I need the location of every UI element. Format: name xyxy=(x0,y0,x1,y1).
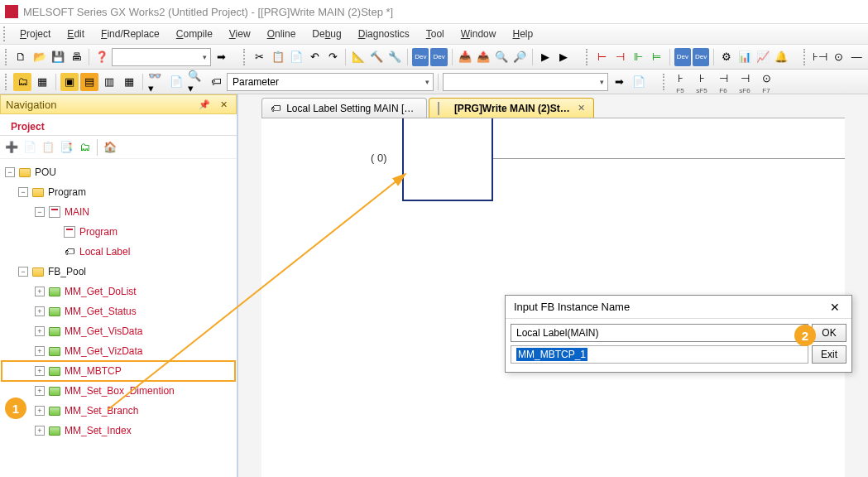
collapse-icon[interactable]: − xyxy=(18,187,28,197)
nav-btn3-icon[interactable]: 📋 xyxy=(40,139,56,156)
convert-icon[interactable]: 📐 xyxy=(350,48,367,66)
nav-btn5-icon[interactable]: 🗂 xyxy=(76,139,93,156)
paste-icon[interactable]: 📄 xyxy=(288,48,305,66)
ok-button[interactable]: OK xyxy=(812,324,846,342)
cut-icon[interactable]: ✂ xyxy=(252,48,268,66)
tree-node-program[interactable]: Program xyxy=(2,222,235,242)
verify-icon[interactable]: 🔍 xyxy=(493,48,510,66)
copy-icon[interactable]: 📋 xyxy=(270,48,286,66)
close-icon[interactable]: ✕ xyxy=(825,299,845,316)
sf6-icon[interactable]: ⊣ xyxy=(736,70,754,88)
menu-help[interactable]: Help xyxy=(504,25,541,43)
tree-node-mm-set-boxdim[interactable]: + MM_Set_Box_Dimention xyxy=(2,381,235,401)
collapse-icon[interactable]: − xyxy=(18,267,28,277)
tree-btn2[interactable]: ▦ xyxy=(33,73,51,91)
f5-icon[interactable]: ⊦ xyxy=(671,70,689,88)
build-icon[interactable]: 🔨 xyxy=(368,48,385,66)
ladder3-icon[interactable]: ⊩ xyxy=(631,48,647,66)
help-icon[interactable]: ❓ xyxy=(94,48,110,66)
read-icon[interactable]: 📤 xyxy=(475,48,492,66)
nav-btn2-icon[interactable]: 📄 xyxy=(22,139,38,156)
menu-find[interactable]: Find/Replace xyxy=(93,25,168,43)
second-combo[interactable] xyxy=(443,73,608,91)
tree-node-mm-mbtcp[interactable]: + MM_MBTCP xyxy=(2,361,235,381)
exit-button[interactable]: Exit xyxy=(812,345,846,364)
nav-collapse-icon[interactable]: 🏠 xyxy=(102,139,118,156)
expand-icon[interactable]: + xyxy=(35,287,45,296)
menu-edit[interactable]: Edit xyxy=(59,25,93,43)
tree-node-local-label[interactable]: 🏷 Local Label xyxy=(2,242,235,262)
dev4-icon[interactable]: Dev xyxy=(693,48,709,66)
nav-btn4-icon[interactable]: 📑 xyxy=(58,139,74,156)
option3-icon[interactable]: 📈 xyxy=(755,48,771,66)
expand-icon[interactable]: + xyxy=(35,426,45,436)
menu-tool[interactable]: Tool xyxy=(418,25,453,43)
nav-new-icon[interactable]: ➕ xyxy=(3,139,20,156)
dev2-icon[interactable]: Dev xyxy=(430,48,447,66)
monitor-icon[interactable]: ▶ xyxy=(537,48,554,66)
menu-debug[interactable]: Debug xyxy=(304,25,349,43)
collapse-icon[interactable]: − xyxy=(35,207,45,217)
menu-compile[interactable]: Compile xyxy=(168,25,221,43)
expand-icon[interactable]: + xyxy=(35,326,45,336)
option2-icon[interactable]: 📊 xyxy=(736,48,753,66)
scope-combo[interactable]: Local Label(MAIN) xyxy=(511,324,808,342)
expand-icon[interactable]: + xyxy=(35,406,45,416)
buildall-icon[interactable]: 🔧 xyxy=(386,48,403,66)
print-icon[interactable]: 🖶 xyxy=(68,48,84,66)
win-btn3[interactable]: ▥ xyxy=(100,73,118,91)
expand-icon[interactable]: + xyxy=(35,306,45,316)
write-icon[interactable]: 📥 xyxy=(456,48,472,66)
menu-diagnostics[interactable]: Diagnostics xyxy=(350,25,418,43)
save-icon[interactable]: 💾 xyxy=(50,48,66,66)
view-glasses-icon[interactable]: 👓▾ xyxy=(147,73,165,91)
ladder1-icon[interactable]: ⊢ xyxy=(594,48,611,66)
menu-project[interactable]: Project xyxy=(12,25,59,43)
f6-icon[interactable]: ⊣ xyxy=(714,70,732,88)
line-icon[interactable]: — xyxy=(848,48,865,66)
collapse-icon[interactable]: − xyxy=(5,167,15,177)
option1-icon[interactable]: ⚙ xyxy=(718,48,735,66)
go-icon[interactable]: ➡ xyxy=(213,48,229,66)
menu-view[interactable]: View xyxy=(221,25,259,43)
option4-icon[interactable]: 🔔 xyxy=(773,48,789,66)
menu-online[interactable]: Online xyxy=(259,25,305,43)
goto-icon[interactable]: ➡ xyxy=(610,73,628,91)
win-btn4[interactable]: ▦ xyxy=(120,73,138,91)
tree-node-pou[interactable]: − POU xyxy=(2,162,235,182)
tree-node-mm-get-status[interactable]: + MM_Get_Status xyxy=(2,301,235,321)
redo-icon[interactable]: ↷ xyxy=(324,48,341,66)
pin-icon[interactable]: 📌 xyxy=(195,99,213,110)
doc-icon[interactable]: 📄 xyxy=(630,73,648,91)
view-btn4[interactable]: 🏷 xyxy=(207,73,225,91)
instance-name-input[interactable]: MM_MBTCP_1 xyxy=(511,345,808,364)
tree-node-main[interactable]: − MAIN xyxy=(2,202,235,222)
coil-icon[interactable]: ⊙ xyxy=(830,48,846,66)
tree-node-program-group[interactable]: − Program xyxy=(2,182,235,202)
dev1-icon[interactable]: Dev xyxy=(412,48,429,66)
expand-icon[interactable]: + xyxy=(35,346,45,356)
view-btn3[interactable]: 🔍▾ xyxy=(187,73,205,91)
undo-icon[interactable]: ↶ xyxy=(306,48,323,66)
tree-node-mm-get-vizdata[interactable]: + MM_Get_VizData xyxy=(2,341,235,361)
win-btn1[interactable]: ▣ xyxy=(60,73,79,91)
tree-node-fb-pool[interactable]: − FB_Pool xyxy=(2,262,235,282)
help-combo[interactable] xyxy=(112,48,211,66)
f7-icon[interactable]: ⊙ xyxy=(757,70,775,88)
ladder2-icon[interactable]: ⊣ xyxy=(612,48,629,66)
expand-icon[interactable]: + xyxy=(35,366,45,376)
parameter-combo[interactable]: Parameter xyxy=(227,73,434,91)
open-icon[interactable]: 📂 xyxy=(31,48,48,66)
tab-local-label-setting[interactable]: 🏷 Local Label Setting MAIN [PR... xyxy=(261,98,427,118)
close-icon[interactable]: ✕ xyxy=(578,103,585,113)
dev3-icon[interactable]: Dev xyxy=(674,48,691,66)
tree-node-mm-set-branch[interactable]: + MM_Set_Branch xyxy=(2,401,235,421)
new-icon[interactable]: 🗋 xyxy=(13,48,30,66)
expand-icon[interactable]: + xyxy=(35,386,45,396)
tab-prg-write-main[interactable]: [PRG]Write MAIN (2)Ste... ✕ xyxy=(429,98,594,118)
tree-node-mm-set-index[interactable]: + MM_Set_Index xyxy=(2,421,235,441)
menu-window[interactable]: Window xyxy=(453,25,505,43)
zoom-icon[interactable]: 🔎 xyxy=(511,48,528,66)
contact-icon[interactable]: ⊦⊣ xyxy=(812,48,828,66)
sf5-icon[interactable]: ⊦ xyxy=(693,70,711,88)
